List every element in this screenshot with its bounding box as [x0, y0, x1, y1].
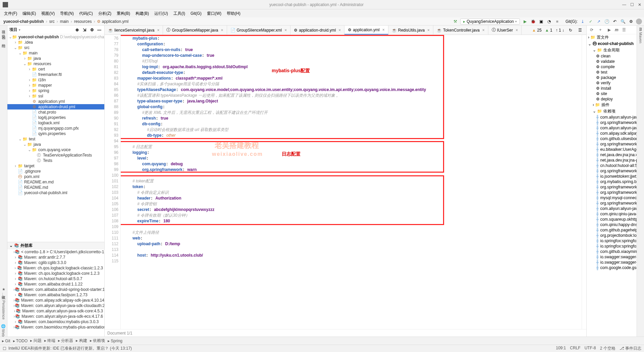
tree-item[interactable]: ›📚Maven: com.baomidou:mybatis-plus-annot…	[7, 324, 104, 330]
tree-item[interactable]: ⒸTests	[7, 158, 104, 163]
maven-dep[interactable]: ╫ io.springfox:springfox-swa	[587, 238, 637, 244]
maven-dep[interactable]: ╫ io.swagger:swagger-mode	[587, 260, 637, 265]
avatar-icon[interactable]	[636, 18, 642, 25]
settings-icon[interactable]: ⚙	[628, 18, 634, 25]
tree-item[interactable]: 📄freemarker.ftl	[7, 72, 104, 77]
editor-tab[interactable]: ⚙application-druid.yml×	[290, 26, 344, 35]
crumb-main[interactable]: main	[59, 18, 70, 25]
maven-goal[interactable]: ⚙ site	[587, 91, 637, 96]
bottom-tool-Spring[interactable]: ▸ Spring	[108, 339, 122, 343]
close-tab-icon[interactable]: ×	[482, 28, 485, 33]
editor-tab[interactable]: ⒾGroupSlienceMapper.java×	[163, 26, 227, 35]
menu-item[interactable]: 运行(U)	[152, 10, 170, 17]
tree-item[interactable]: ⓜpom.xml	[7, 174, 104, 179]
build-icon[interactable]: ⚒	[452, 18, 458, 25]
maven-goal[interactable]: ⚙ deploy	[587, 96, 637, 102]
editor-split-icon[interactable]: ☰	[577, 27, 583, 33]
editor-tab[interactable]: ☕lienceServiceImpl.java×	[105, 26, 163, 35]
maven-dep[interactable]: ╫ org.springframework.boot	[587, 141, 637, 147]
tree-item[interactable]: 📄log4j.properties	[7, 115, 104, 120]
maven-dep[interactable]: ╫ org.springframework.boot	[587, 120, 637, 125]
tree-item[interactable]: ›📁mapper	[7, 83, 104, 88]
maven-dep[interactable]: ╫ cn.hutool:hutool-all:5.0.7	[587, 163, 637, 168]
menu-item[interactable]: 导航(N)	[58, 10, 76, 17]
code-area[interactable]: mybatis-plus: configuration: call-setter…	[121, 35, 582, 329]
bottom-tool-分析器[interactable]: ▸ 分析器	[58, 338, 73, 344]
maven-goal[interactable]: ⚙ clean	[587, 53, 637, 59]
maven-dep[interactable]: ╫ com.github.ulisesbocchio:ja	[587, 136, 637, 141]
editor-tab[interactable]: ☕RedisUtils.java×	[388, 26, 433, 35]
maven-dep[interactable]: ╫ com.squareup.okhttp3:okh	[587, 217, 637, 222]
persistence-tool-tab[interactable]: Persistence	[2, 300, 6, 319]
tree-item[interactable]: ›📚Maven: com.aliyun:aliyun-java-sdk-core…	[7, 308, 104, 314]
run-config-selector[interactable]: ▸ QuyangServiceApplication ▾	[460, 18, 520, 25]
maven-dep[interactable]: ╫ mysql:mysql-connector-jav	[587, 195, 637, 201]
indent[interactable]: 2 个空格	[600, 346, 615, 351]
maven-goal[interactable]: ⚙ package	[587, 75, 637, 80]
maven-dep[interactable]: ╫ io.swagger:swagger-annot	[587, 254, 637, 260]
maximize-icon[interactable]: ☐	[630, 2, 634, 7]
tree-item[interactable]: ›📚Maven: cglib:cglib:3.3.0	[7, 260, 104, 265]
menu-item[interactable]: 构建(B)	[133, 10, 151, 17]
tree-item[interactable]: 📄logback.xml	[7, 120, 104, 126]
caret-pos[interactable]: 109:1	[556, 346, 566, 351]
tree-item[interactable]: ⌄📁resources	[7, 61, 104, 67]
maven-goal[interactable]: ⚙ validate	[587, 59, 637, 64]
maven-dep[interactable]: ╫ com.aliyun:aliyun-java-sdk-	[587, 115, 637, 120]
maven-goal[interactable]: ⚙ install	[587, 86, 637, 91]
bottom-tool-终端[interactable]: ▸ 终端	[44, 338, 55, 344]
maven-dep[interactable]: ╫ org.springframework.boot	[587, 201, 637, 206]
maven-add-icon[interactable]: +	[597, 27, 603, 33]
maven-goal[interactable]: ⚙ compile	[587, 64, 637, 70]
git-push-icon[interactable]: ↗	[596, 18, 602, 25]
external-libs-header[interactable]: ⌄📚外部库	[7, 242, 104, 249]
editor-sync-icon[interactable]: ↻	[568, 27, 574, 33]
close-tab-icon[interactable]: ×	[427, 28, 430, 33]
tree-item[interactable]: ⌄📁yuecool-chat-publish D:\webapps\yuecoo…	[7, 34, 104, 40]
maven-goal[interactable]: ⚙ verify	[587, 80, 637, 86]
tree-item[interactable]: ⒸTeaServiceApplicationTests	[7, 152, 104, 158]
tree-item[interactable]: ›📚Maven: com.aliyun:aliyun-java-sdk-ecs:…	[7, 314, 104, 319]
tree-item[interactable]: ›📚Maven: com.alipay.sdk:alipay-sdk-java:…	[7, 298, 104, 303]
close-tab-icon[interactable]: ×	[338, 28, 341, 33]
favorites-tool-tab[interactable]: ★ 收藏…	[1, 287, 6, 296]
maven-deps[interactable]: ⌄ 📁 依赖项	[587, 108, 637, 115]
tree-item[interactable]: 📄yuecool-chat-publish.iml	[7, 190, 104, 195]
tree-item[interactable]: 📄README.md	[7, 185, 104, 190]
inspect-typo-badge[interactable]: ▲ 1	[545, 28, 552, 33]
tree-item[interactable]: ›📁java	[7, 56, 104, 61]
bottom-tool-Git[interactable]: ▸ Git	[2, 339, 10, 343]
tree-item[interactable]: ⌄📁src	[7, 45, 104, 50]
tree-item[interactable]: 📄qyim.properties	[7, 131, 104, 136]
tree-item[interactable]: ›📁i18n	[7, 77, 104, 83]
git-commit-icon[interactable]: ✓	[588, 18, 594, 25]
maven-dep[interactable]: ╫ org.springframework.boot	[587, 168, 637, 174]
tree-item[interactable]: ›📁target	[7, 163, 104, 169]
maven-plugins[interactable]: › 📁 插件	[587, 102, 637, 108]
menu-item[interactable]: 帮助(H)	[225, 10, 243, 17]
maven-config-files[interactable]: › 📁 置文件	[587, 34, 637, 41]
maven-dep[interactable]: ╫ com.google.code.gson:gso	[587, 265, 637, 270]
maven-dep[interactable]: ╫ com.github.xiaoymin:swagg	[587, 249, 637, 254]
bottom-tool-问题[interactable]: ▸ 问题	[30, 338, 41, 344]
run-icon[interactable]: ▶	[522, 18, 528, 25]
tree-item[interactable]: ⌄📁test	[7, 136, 104, 142]
tree-item[interactable]: ›📁ssl	[7, 93, 104, 99]
close-tab-icon[interactable]: ×	[284, 28, 287, 33]
crumb-resources[interactable]: resources	[73, 18, 93, 25]
git-branch[interactable]: ⎇ 事件日志	[620, 346, 641, 351]
tree-item[interactable]: ›📚Maven: com.alibaba:fastjson:1.2.73	[7, 292, 104, 298]
git-history-icon[interactable]: 🕐	[604, 18, 610, 25]
inspect-warn-badge[interactable]: ▲ 25	[532, 28, 542, 33]
menu-item[interactable]: 文件(F)	[2, 10, 19, 17]
maven-project[interactable]: ⌄ ⓜ ecool-chat-publish	[587, 41, 637, 47]
status-message[interactable]: IntelliJ IDEA和插件更新: IDE 已准备好进行更新。重启？ (今天…	[8, 346, 132, 351]
tree-item[interactable]: ›📚Maven: com.alibaba:druid-spring-boot-s…	[7, 287, 104, 292]
editor-tab[interactable]: 📄GroupSlienceMapper.xml×	[227, 26, 291, 35]
maven-reload-icon[interactable]: ⟳	[589, 27, 595, 33]
crumb-src[interactable]: src	[48, 18, 56, 25]
editor-tab[interactable]: ☕TokenController.java×	[433, 26, 488, 35]
search-icon[interactable]: 🔍	[620, 18, 626, 25]
tree-item[interactable]: ›📚Maven: ch.qos.logback:logback-core:1.2…	[7, 271, 104, 276]
encoding[interactable]: UTF-8	[585, 346, 596, 351]
